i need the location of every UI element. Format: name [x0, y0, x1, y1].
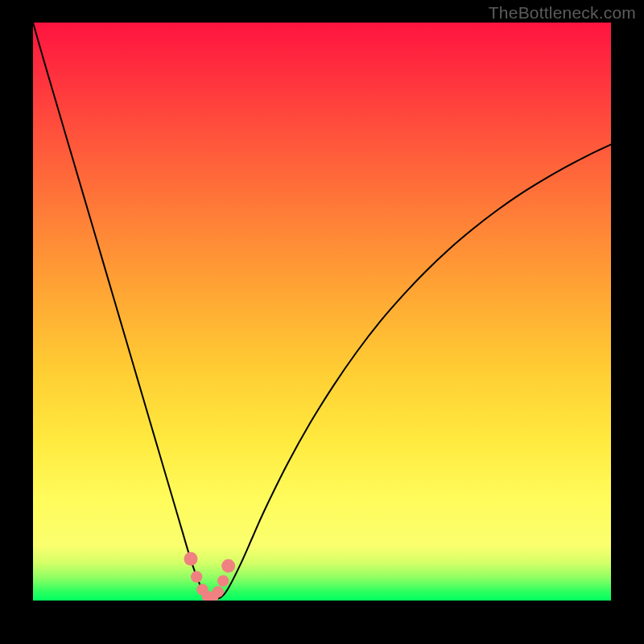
marker-dot — [221, 559, 235, 572]
marker-dot — [213, 586, 224, 597]
plot-area — [33, 23, 611, 601]
watermark-text: TheBottleneck.com — [489, 3, 636, 23]
marker-dot — [217, 575, 229, 586]
gradient-background — [33, 23, 611, 601]
marker-dot — [184, 552, 198, 566]
chart-frame: TheBottleneck.com — [0, 0, 644, 644]
marker-dot — [191, 571, 202, 582]
chart-svg — [33, 23, 611, 601]
